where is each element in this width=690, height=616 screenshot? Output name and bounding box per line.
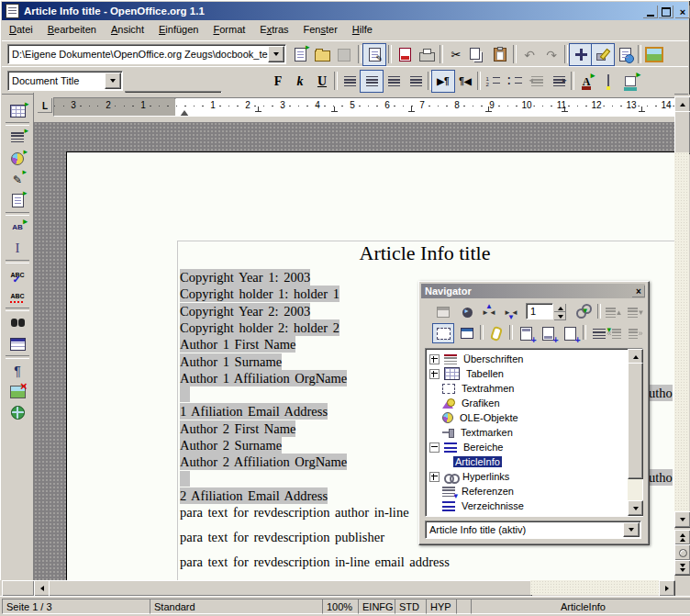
menu-ansicht[interactable]: Ansicht — [104, 21, 151, 39]
document-blank-field[interactable] — [180, 386, 190, 402]
hyperlink-dialog-button[interactable] — [613, 43, 637, 66]
navigator-close-button[interactable]: × — [631, 285, 646, 298]
document-blank-field[interactable] — [180, 471, 190, 487]
document-overflow-fragment[interactable]: utho — [649, 385, 673, 401]
horizontal-ruler[interactable]: 3 2 1 1 2 3 4 5 6 7 8 9 10 11 12 13 14 — [53, 97, 675, 117]
document-paragraph[interactable]: para text for revdescription publisher — [180, 529, 384, 545]
previous-button[interactable]: ►◄▲ — [478, 302, 500, 322]
style-dropdown-button[interactable] — [105, 73, 121, 89]
menu-extras[interactable]: Extras — [252, 21, 295, 39]
navigator-document-dropdown-button[interactable] — [623, 522, 640, 537]
expand-icon[interactable] — [429, 354, 440, 364]
menu-bearbeiten[interactable]: Bearbeiten — [40, 21, 104, 39]
tree-item-textrahmen[interactable]: Textrahmen — [426, 381, 628, 396]
form-functions-button[interactable] — [6, 189, 29, 212]
redo-button[interactable]: ↷ — [540, 43, 563, 66]
collapse-icon[interactable] — [429, 442, 440, 453]
vertical-scrollbar[interactable] — [674, 95, 690, 580]
align-left-button[interactable] — [338, 70, 362, 93]
copy-button[interactable] — [466, 43, 490, 66]
document-line[interactable]: Copyright holder 2: holder 2 — [180, 319, 339, 336]
previous-page-button[interactable] — [674, 530, 690, 545]
scroll-right-button[interactable] — [659, 580, 675, 597]
tree-item-grafiken[interactable]: Grafiken — [426, 396, 628, 410]
spellcheck-button[interactable]: ABC✓ — [6, 263, 29, 286]
bold-button[interactable]: F — [266, 70, 290, 93]
online-layout-button[interactable] — [6, 401, 29, 424]
graphics-on-off-button[interactable] — [6, 380, 29, 403]
url-dropdown-button[interactable] — [268, 46, 284, 62]
tree-item-ueberschriften[interactable]: Überschriften — [426, 352, 628, 366]
expand-icon[interactable] — [429, 472, 440, 482]
tree-item-tabellen[interactable]: Tabellen — [426, 366, 628, 381]
anchor-text-button[interactable] — [559, 323, 581, 343]
document-line[interactable]: Author 1 Surname — [180, 353, 282, 370]
document-line[interactable]: Author 2 Affiliation OrgName — [180, 454, 347, 470]
paragraph-background-button[interactable] — [618, 70, 642, 93]
document-line[interactable]: 2 Afiliation Email Address — [180, 487, 328, 504]
tree-scrollbar-thumb[interactable] — [628, 363, 643, 479]
navigation-button[interactable] — [456, 302, 478, 322]
promote-level-button[interactable]: « — [603, 323, 625, 343]
tree-item-bereiche[interactable]: Bereiche — [426, 440, 628, 454]
paragraph-style-combobox[interactable]: Document Title — [7, 71, 123, 91]
page-number-field[interactable]: 1 — [526, 303, 553, 319]
menu-hilfe[interactable]: Hilfe — [345, 21, 380, 39]
document-line[interactable]: Copyright Year 2: 2003 — [180, 303, 310, 319]
undo-button[interactable]: ↶ — [518, 43, 541, 66]
gallery-button[interactable] — [642, 43, 666, 66]
data-sources-button[interactable] — [6, 332, 29, 355]
autotext-button[interactable]: AB — [6, 216, 29, 239]
tree-scroll-down-button[interactable] — [628, 500, 643, 516]
open-button[interactable] — [310, 43, 334, 66]
document-line[interactable]: Author 2 Surname — [180, 437, 282, 454]
cut-button[interactable]: ✂ — [444, 43, 468, 66]
increase-indent-button[interactable] — [547, 70, 571, 93]
vertical-scrollbar-track[interactable] — [674, 152, 689, 511]
document-line[interactable]: Author 1 Affiliation OrgName — [180, 370, 347, 386]
menu-format[interactable]: Format — [206, 21, 252, 39]
next-page-button[interactable] — [674, 560, 690, 576]
title-bar[interactable]: Article Info title - OpenOffice.org 1.1 … — [2, 2, 688, 20]
header-button[interactable] — [515, 323, 537, 343]
numbered-list-button[interactable] — [481, 70, 505, 93]
tree-item-hyperlinks[interactable]: Hyperlinks — [426, 469, 628, 484]
stylist-button[interactable] — [591, 43, 615, 66]
navigator-window[interactable]: Navigator × ►◄▲ ►◄▼ 1 ▲ ▼ « » Überschrif… — [418, 281, 650, 545]
maximize-button[interactable] — [658, 5, 674, 19]
new-document-button[interactable] — [288, 43, 312, 66]
export-pdf-button[interactable] — [393, 43, 417, 66]
document-line[interactable]: Author 1 First Name — [180, 336, 295, 353]
horizontal-scrollbar-thumb[interactable] — [49, 580, 532, 597]
navigator-document-combobox[interactable]: Article Info title (aktiv) — [425, 521, 641, 539]
bullet-list-button[interactable] — [503, 70, 527, 93]
align-right-button[interactable] — [382, 70, 406, 93]
document-line[interactable]: Author 2 First Name — [180, 420, 295, 437]
navigator-toggle-button[interactable] — [432, 302, 454, 322]
next-button[interactable]: ►◄▼ — [500, 302, 522, 322]
decrease-indent-button[interactable] — [525, 70, 549, 93]
demote-level-button[interactable]: » — [625, 323, 647, 343]
tree-item-referenzen[interactable]: Referenzen — [426, 484, 628, 498]
demote-chapter-button[interactable]: ▼ — [625, 302, 647, 322]
drag-mode-button[interactable] — [572, 302, 594, 322]
vertical-scrollbar-thumb[interactable] — [674, 111, 690, 154]
promote-chapter-button[interactable]: ▲ — [603, 302, 625, 322]
find-replace-button[interactable] — [6, 311, 29, 334]
document-overflow-fragment[interactable]: utho — [649, 469, 673, 486]
italic-button[interactable]: k — [288, 70, 312, 93]
underline-button[interactable]: U — [310, 70, 334, 93]
tree-item-ole-objekte[interactable]: OLE-Objekte — [426, 410, 628, 425]
align-center-button[interactable] — [360, 70, 384, 93]
footer-button[interactable] — [537, 323, 559, 343]
menu-einfuegen[interactable]: Einfügen — [151, 21, 206, 39]
document-paragraph[interactable]: para text for revdescription in-line ema… — [180, 554, 450, 570]
root-view-button[interactable] — [456, 323, 478, 343]
tree-item-textmarken[interactable]: Textmarken — [426, 425, 628, 440]
insert-table-button[interactable] — [6, 99, 29, 122]
page-spin-down[interactable] — [553, 311, 567, 321]
insert-button[interactable] — [6, 126, 29, 149]
save-button[interactable] — [332, 43, 356, 66]
print-button[interactable] — [415, 43, 439, 66]
menu-datei[interactable]: Datei — [2, 21, 40, 39]
